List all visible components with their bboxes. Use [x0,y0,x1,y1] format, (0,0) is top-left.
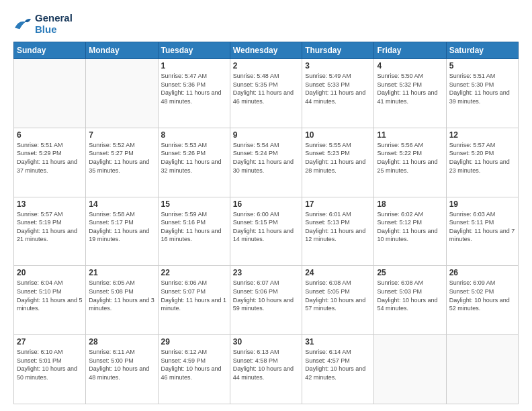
calendar-week-row: 27Sunrise: 6:10 AM Sunset: 5:01 PM Dayli… [14,335,519,404]
day-info: Sunrise: 5:56 AM Sunset: 5:22 PM Dayligh… [377,141,443,175]
day-info: Sunrise: 5:54 AM Sunset: 5:24 PM Dayligh… [233,141,299,175]
calendar-cell: 16Sunrise: 6:00 AM Sunset: 5:15 PM Dayli… [230,197,302,266]
day-info: Sunrise: 6:09 AM Sunset: 5:02 PM Dayligh… [449,279,515,312]
day-info: Sunrise: 5:49 AM Sunset: 5:33 PM Dayligh… [305,72,371,105]
day-number: 6 [17,130,83,140]
calendar-cell: 2Sunrise: 5:48 AM Sunset: 5:35 PM Daylig… [230,59,302,128]
page: General Blue SundayMondayTuesdayWednesda… [0,0,532,411]
calendar-cell: 23Sunrise: 6:07 AM Sunset: 5:06 PM Dayli… [230,266,302,335]
calendar-cell: 31Sunrise: 6:14 AM Sunset: 4:57 PM Dayli… [302,335,374,404]
logo: General Blue [13,12,73,35]
calendar-cell: 28Sunrise: 6:11 AM Sunset: 5:00 PM Dayli… [86,335,158,404]
calendar-cell [14,59,86,128]
day-info: Sunrise: 5:48 AM Sunset: 5:35 PM Dayligh… [233,72,299,105]
calendar-cell: 18Sunrise: 6:02 AM Sunset: 5:12 PM Dayli… [374,197,446,266]
weekday-header: Friday [374,42,446,59]
weekday-header: Wednesday [230,42,302,59]
day-number: 31 [305,337,371,347]
calendar-cell: 21Sunrise: 6:05 AM Sunset: 5:08 PM Dayli… [86,266,158,335]
calendar-cell: 14Sunrise: 5:58 AM Sunset: 5:17 PM Dayli… [86,197,158,266]
calendar-cell: 4Sunrise: 5:50 AM Sunset: 5:32 PM Daylig… [374,59,446,128]
day-info: Sunrise: 5:50 AM Sunset: 5:32 PM Dayligh… [377,72,443,105]
day-info: Sunrise: 5:55 AM Sunset: 5:23 PM Dayligh… [305,141,371,175]
calendar-cell: 15Sunrise: 5:59 AM Sunset: 5:16 PM Dayli… [158,197,230,266]
day-info: Sunrise: 6:03 AM Sunset: 5:11 PM Dayligh… [449,210,515,244]
day-number: 17 [305,199,371,209]
day-number: 8 [161,130,227,140]
day-number: 15 [161,199,227,209]
day-number: 20 [17,268,83,277]
calendar-cell: 12Sunrise: 5:57 AM Sunset: 5:20 PM Dayli… [446,128,518,197]
calendar-cell: 20Sunrise: 6:04 AM Sunset: 5:10 PM Dayli… [14,266,86,335]
calendar-cell: 19Sunrise: 6:03 AM Sunset: 5:11 PM Dayli… [446,197,518,266]
calendar-cell: 25Sunrise: 6:08 AM Sunset: 5:03 PM Dayli… [374,266,446,335]
day-number: 2 [233,61,299,71]
day-info: Sunrise: 6:08 AM Sunset: 5:03 PM Dayligh… [377,279,443,312]
day-info: Sunrise: 6:00 AM Sunset: 5:15 PM Dayligh… [233,210,299,244]
day-number: 11 [377,130,443,140]
calendar-cell [86,59,158,128]
calendar-cell [446,335,518,404]
day-number: 5 [449,61,515,71]
day-info: Sunrise: 6:14 AM Sunset: 4:57 PM Dayligh… [305,348,371,381]
day-number: 23 [233,268,299,277]
day-info: Sunrise: 6:11 AM Sunset: 5:00 PM Dayligh… [89,348,154,381]
calendar-cell: 6Sunrise: 5:51 AM Sunset: 5:29 PM Daylig… [14,128,86,197]
weekday-header: Tuesday [158,42,230,59]
day-info: Sunrise: 6:05 AM Sunset: 5:08 PM Dayligh… [89,279,154,312]
calendar-cell: 3Sunrise: 5:49 AM Sunset: 5:33 PM Daylig… [302,59,374,128]
day-number: 25 [377,268,443,277]
calendar-cell: 1Sunrise: 5:47 AM Sunset: 5:36 PM Daylig… [158,59,230,128]
day-number: 12 [449,130,515,140]
calendar-cell: 10Sunrise: 5:55 AM Sunset: 5:23 PM Dayli… [302,128,374,197]
calendar-cell: 27Sunrise: 6:10 AM Sunset: 5:01 PM Dayli… [14,335,86,404]
day-info: Sunrise: 6:10 AM Sunset: 5:01 PM Dayligh… [17,348,83,381]
day-number: 9 [233,130,299,140]
calendar-cell: 9Sunrise: 5:54 AM Sunset: 5:24 PM Daylig… [230,128,302,197]
calendar-cell: 8Sunrise: 5:53 AM Sunset: 5:26 PM Daylig… [158,128,230,197]
weekday-header: Saturday [446,42,518,59]
calendar-cell: 29Sunrise: 6:12 AM Sunset: 4:59 PM Dayli… [158,335,230,404]
day-info: Sunrise: 6:08 AM Sunset: 5:05 PM Dayligh… [305,279,371,312]
day-number: 27 [17,337,83,347]
day-number: 22 [161,268,227,277]
calendar-cell: 26Sunrise: 6:09 AM Sunset: 5:02 PM Dayli… [446,266,518,335]
calendar-week-row: 1Sunrise: 5:47 AM Sunset: 5:36 PM Daylig… [14,59,519,128]
day-number: 24 [305,268,371,277]
day-number: 21 [89,268,154,277]
calendar-cell: 11Sunrise: 5:56 AM Sunset: 5:22 PM Dayli… [374,128,446,197]
day-info: Sunrise: 6:13 AM Sunset: 4:58 PM Dayligh… [233,348,299,381]
day-number: 29 [161,337,227,347]
day-info: Sunrise: 6:07 AM Sunset: 5:06 PM Dayligh… [233,279,299,312]
calendar-cell: 24Sunrise: 6:08 AM Sunset: 5:05 PM Dayli… [302,266,374,335]
day-info: Sunrise: 5:59 AM Sunset: 5:16 PM Dayligh… [161,210,227,244]
calendar-header-row: SundayMondayTuesdayWednesdayThursdayFrid… [14,42,519,59]
day-info: Sunrise: 5:57 AM Sunset: 5:20 PM Dayligh… [449,141,515,175]
day-info: Sunrise: 5:57 AM Sunset: 5:19 PM Dayligh… [17,210,83,244]
calendar-table: SundayMondayTuesdayWednesdayThursdayFrid… [13,42,519,404]
day-info: Sunrise: 5:51 AM Sunset: 5:29 PM Dayligh… [17,141,83,175]
header: General Blue [13,12,519,35]
day-number: 18 [377,199,443,209]
logo-text: General Blue [35,12,73,35]
weekday-header: Thursday [302,42,374,59]
day-number: 1 [161,61,227,71]
calendar-cell: 7Sunrise: 5:52 AM Sunset: 5:27 PM Daylig… [86,128,158,197]
day-info: Sunrise: 5:47 AM Sunset: 5:36 PM Dayligh… [161,72,227,105]
day-info: Sunrise: 6:06 AM Sunset: 5:07 PM Dayligh… [161,279,227,312]
day-number: 28 [89,337,154,347]
calendar-week-row: 20Sunrise: 6:04 AM Sunset: 5:10 PM Dayli… [14,266,519,335]
calendar-week-row: 13Sunrise: 5:57 AM Sunset: 5:19 PM Dayli… [14,197,519,266]
day-info: Sunrise: 5:52 AM Sunset: 5:27 PM Dayligh… [89,141,154,175]
day-number: 14 [89,199,154,209]
day-info: Sunrise: 6:02 AM Sunset: 5:12 PM Dayligh… [377,210,443,244]
calendar-cell: 22Sunrise: 6:06 AM Sunset: 5:07 PM Dayli… [158,266,230,335]
day-number: 16 [233,199,299,209]
day-info: Sunrise: 6:01 AM Sunset: 5:13 PM Dayligh… [305,210,371,244]
day-number: 10 [305,130,371,140]
calendar-cell: 5Sunrise: 5:51 AM Sunset: 5:30 PM Daylig… [446,59,518,128]
day-number: 7 [89,130,154,140]
day-info: Sunrise: 6:04 AM Sunset: 5:10 PM Dayligh… [17,279,83,312]
calendar-cell [374,335,446,404]
calendar-cell: 17Sunrise: 6:01 AM Sunset: 5:13 PM Dayli… [302,197,374,266]
